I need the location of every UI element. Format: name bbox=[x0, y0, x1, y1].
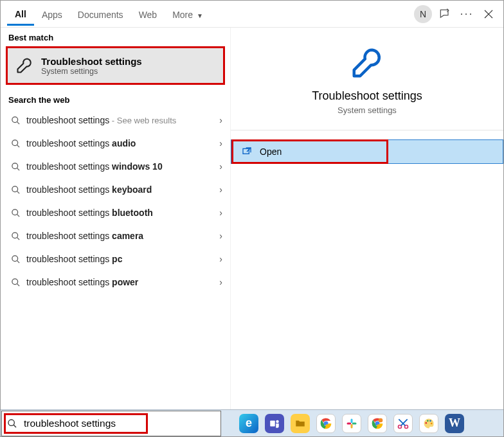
svg-point-20 bbox=[379, 418, 383, 422]
svg-point-0 bbox=[12, 116, 17, 122]
svg-rect-8 bbox=[243, 148, 249, 154]
web-result-label: troubleshoot settings - See web results bbox=[22, 115, 219, 125]
search-icon bbox=[8, 185, 22, 195]
svg-rect-10 bbox=[270, 420, 275, 426]
svg-point-4 bbox=[12, 209, 17, 215]
web-result-label: troubleshoot settings keyboard bbox=[22, 184, 219, 195]
svg-point-11 bbox=[276, 420, 279, 423]
file-explorer-icon[interactable] bbox=[291, 414, 310, 433]
teams-icon[interactable] bbox=[265, 414, 284, 433]
snip-icon[interactable] bbox=[393, 414, 413, 433]
search-icon bbox=[8, 116, 22, 125]
chevron-right-icon: › bbox=[219, 161, 222, 172]
chevron-right-icon: › bbox=[219, 231, 222, 241]
web-result[interactable]: troubleshoot settings keyboard› bbox=[1, 178, 230, 201]
web-result-label: troubleshoot settings power bbox=[22, 277, 219, 287]
web-result[interactable]: troubleshoot settings pc› bbox=[1, 247, 230, 271]
best-match-header: Best match bbox=[1, 28, 230, 46]
web-result[interactable]: troubleshoot settings camera› bbox=[1, 224, 230, 247]
tab-all[interactable]: All bbox=[7, 3, 34, 26]
avatar-letter: N bbox=[414, 5, 432, 23]
search-icon bbox=[8, 278, 22, 287]
web-result[interactable]: troubleshoot settings bluetooth› bbox=[1, 201, 230, 224]
best-match-result[interactable]: Troubleshoot settings System settings bbox=[6, 46, 225, 85]
svg-point-23 bbox=[426, 422, 428, 424]
web-result-label: troubleshoot settings bluetooth bbox=[22, 208, 219, 218]
search-icon bbox=[8, 254, 22, 264]
search-icon bbox=[2, 418, 22, 429]
svg-point-6 bbox=[12, 255, 17, 261]
open-icon bbox=[242, 147, 252, 157]
web-result[interactable]: troubleshoot settings audio› bbox=[1, 132, 230, 155]
search-icon bbox=[8, 208, 22, 218]
web-result-label: troubleshoot settings audio bbox=[22, 138, 219, 148]
preview-pane: Troubleshoot settings System settings Op… bbox=[231, 28, 503, 409]
web-result-label: troubleshoot settings camera bbox=[22, 231, 219, 241]
chevron-right-icon: › bbox=[219, 208, 222, 218]
tab-more-label: More bbox=[172, 10, 193, 20]
chrome-profile-icon[interactable] bbox=[368, 414, 387, 433]
tab-more[interactable]: More ▼ bbox=[165, 3, 211, 25]
taskbar: e W bbox=[1, 409, 503, 436]
feedback-icon[interactable] bbox=[434, 3, 456, 25]
web-result-label: troubleshoot settings windows 10 bbox=[22, 161, 219, 172]
web-result-label: troubleshoot settings pc bbox=[22, 254, 219, 264]
best-match-subtitle: System settings bbox=[41, 67, 142, 76]
open-label: Open bbox=[260, 147, 282, 157]
preview-subtitle: System settings bbox=[338, 105, 397, 115]
search-box[interactable] bbox=[1, 411, 221, 436]
search-tabs: All Apps Documents Web More ▼ N ··· bbox=[1, 1, 503, 28]
search-icon bbox=[8, 162, 22, 172]
tab-apps[interactable]: Apps bbox=[34, 3, 70, 25]
web-result[interactable]: troubleshoot settings windows 10› bbox=[1, 155, 230, 178]
web-result[interactable]: troubleshoot settings power› bbox=[1, 271, 230, 294]
chevron-right-icon: › bbox=[219, 138, 222, 148]
search-icon bbox=[8, 139, 22, 148]
results-pane: Best match Troubleshoot settings System … bbox=[1, 28, 231, 409]
chevron-right-icon: › bbox=[219, 115, 222, 125]
tab-web[interactable]: Web bbox=[131, 3, 165, 25]
svg-point-3 bbox=[12, 186, 17, 192]
svg-rect-16 bbox=[351, 424, 353, 428]
edge-icon[interactable]: e bbox=[239, 414, 258, 433]
chrome-icon[interactable] bbox=[316, 414, 336, 433]
svg-point-1 bbox=[12, 139, 17, 145]
svg-point-9 bbox=[8, 420, 14, 425]
svg-point-7 bbox=[12, 278, 17, 284]
svg-point-24 bbox=[427, 420, 429, 422]
word-icon[interactable]: W bbox=[445, 414, 464, 433]
svg-point-26 bbox=[431, 422, 433, 424]
best-match-title: Troubleshoot settings bbox=[41, 56, 142, 67]
svg-rect-15 bbox=[352, 422, 357, 424]
preview-actions: Open bbox=[231, 139, 503, 164]
svg-rect-14 bbox=[351, 418, 353, 423]
svg-point-2 bbox=[12, 163, 17, 168]
search-input[interactable] bbox=[22, 417, 221, 430]
close-icon[interactable] bbox=[478, 3, 500, 25]
troubleshoot-icon bbox=[350, 46, 384, 80]
svg-rect-17 bbox=[347, 422, 352, 424]
user-avatar[interactable]: N bbox=[412, 3, 434, 25]
web-result[interactable]: troubleshoot settings - See web results› bbox=[1, 109, 230, 132]
paint-icon[interactable] bbox=[419, 414, 438, 433]
taskbar-icons: e W bbox=[221, 414, 464, 433]
chevron-down-icon: ▼ bbox=[197, 12, 203, 19]
search-web-header: Search the web bbox=[1, 90, 230, 109]
more-options-icon[interactable]: ··· bbox=[456, 3, 478, 25]
svg-point-5 bbox=[12, 232, 17, 238]
preview-title: Troubleshoot settings bbox=[312, 89, 422, 103]
wrench-icon bbox=[15, 57, 33, 75]
chevron-right-icon: › bbox=[219, 254, 222, 264]
chevron-right-icon: › bbox=[219, 184, 222, 195]
chevron-right-icon: › bbox=[219, 277, 222, 287]
tab-documents[interactable]: Documents bbox=[70, 3, 131, 25]
open-action[interactable]: Open bbox=[231, 140, 503, 163]
svg-point-25 bbox=[429, 420, 431, 422]
search-icon bbox=[8, 231, 22, 241]
slack-icon[interactable] bbox=[342, 414, 361, 433]
